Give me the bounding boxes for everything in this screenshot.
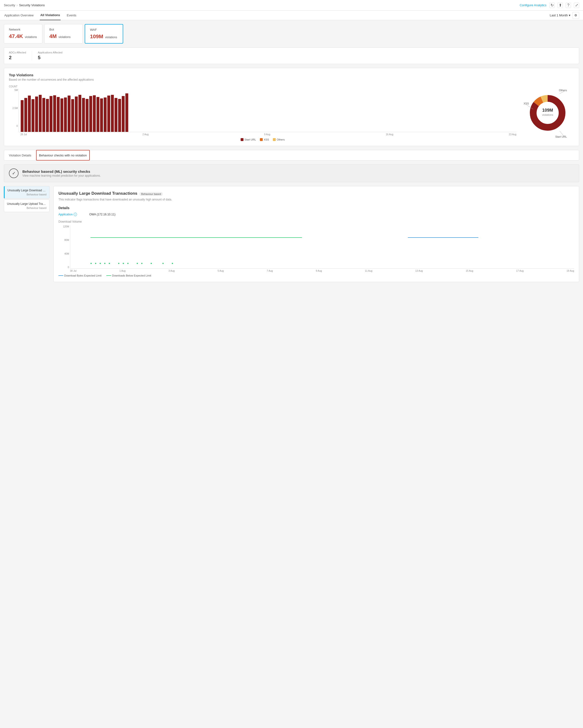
x-label-5aug: 5 Aug: [217, 269, 224, 272]
bar-item[interactable]: [118, 99, 121, 132]
adcs-label: ADCs Affected: [9, 51, 26, 54]
dot-6: [118, 263, 120, 264]
behaviour-ml-subtitle: View machine learning model prediction f…: [22, 174, 101, 177]
bar-item[interactable]: [86, 99, 88, 132]
violation-card-network[interactable]: Network 47.4K violations: [4, 24, 42, 44]
bar-item[interactable]: [78, 95, 81, 132]
bar-item[interactable]: [93, 95, 96, 132]
bar-item[interactable]: [64, 98, 67, 132]
reload-icon[interactable]: ↻: [549, 3, 555, 8]
bar-item[interactable]: [97, 97, 99, 132]
bar-item[interactable]: [89, 96, 92, 132]
stat-adcs-affected: ADCs Affected 2: [9, 51, 32, 60]
expand-icon[interactable]: ⤢: [574, 3, 579, 8]
y-label-40m: 40M: [58, 253, 69, 255]
legend-downloads-below: Downloads Below Expected Limit: [106, 274, 151, 277]
donut-chart-wrapper: Others XSS Start URL: [524, 87, 572, 140]
time-filter-dropdown[interactable]: Last 1 Month ▾: [550, 14, 571, 17]
bar-item[interactable]: [50, 96, 52, 132]
bar-item[interactable]: [104, 98, 107, 132]
bar-item[interactable]: [28, 96, 31, 132]
sidebar-download-title: Unusually Large Download T...: [7, 189, 47, 192]
donut-label-xss: XSS: [524, 102, 529, 105]
export-icon[interactable]: ⬆: [557, 3, 563, 8]
waf-card-label: violations: [105, 35, 117, 39]
help-icon[interactable]: ?: [566, 3, 571, 8]
legend-blue-line: [58, 275, 63, 276]
tab-violation-details[interactable]: Violation Details: [8, 150, 32, 160]
breadcrumb-separator: ›: [17, 3, 18, 7]
time-filter-label: Last 1 Month: [550, 14, 568, 17]
top-violations-panel: Top Violations Based on the number of oc…: [4, 68, 579, 146]
sidebar-item-upload[interactable]: Unusually Large Upload Tran... Behaviour…: [4, 200, 50, 212]
bar-item[interactable]: [31, 99, 34, 132]
x-label-7aug: 7 Aug: [267, 269, 273, 272]
sidebar-item-download[interactable]: Unusually Large Download T... Behaviour …: [4, 186, 50, 199]
bar-item[interactable]: [114, 98, 117, 132]
configure-analytics-link[interactable]: Configure Analytics: [520, 3, 547, 7]
legend-xss: XSS: [260, 138, 269, 141]
download-y-labels: 120M 80M 40M 0: [58, 225, 69, 268]
bar-item[interactable]: [122, 96, 125, 132]
tab-all-violations[interactable]: All Violations: [40, 10, 60, 20]
breadcrumb-parent[interactable]: Security: [4, 3, 15, 7]
detail-header: Unusually Large Download Transactions Be…: [58, 191, 574, 197]
detail-description: This indicator flags transactions that h…: [58, 198, 574, 201]
bot-card-count: 4M: [49, 33, 57, 39]
bar-item[interactable]: [21, 100, 24, 132]
donut-section: Others XSS Start URL: [521, 85, 574, 140]
legend-starturl-label: Start URL: [244, 138, 256, 141]
bar-item[interactable]: [125, 94, 128, 132]
y-label-120m: 120M: [58, 225, 69, 228]
legend-download-bytes-label: Download Bytes Expected Limit: [64, 274, 102, 277]
tab-events[interactable]: Events: [67, 10, 77, 20]
bot-card-title: Bot: [49, 28, 78, 31]
tab-application-overview[interactable]: Application Overview: [4, 10, 34, 20]
bar-item[interactable]: [68, 96, 71, 132]
dot-4: [104, 263, 105, 264]
legend-xss-label: XSS: [264, 138, 269, 141]
bar-item[interactable]: [35, 97, 38, 132]
legend-xss-dot: [260, 138, 263, 141]
bar-item[interactable]: [75, 97, 78, 132]
x-label-9aug: 9 Aug: [316, 269, 322, 272]
bar-item[interactable]: [111, 95, 114, 132]
download-chart-area: Download Volume 120M 80M 40M 0: [58, 220, 574, 277]
bar-item[interactable]: [100, 99, 103, 132]
y-label-0: 0: [58, 266, 69, 268]
bar-item[interactable]: [57, 97, 60, 132]
x-label-15aug: 15 Aug: [466, 269, 473, 272]
bottom-area: Unusually Large Download T... Behaviour …: [4, 186, 579, 282]
legend-green-dotted-line: [106, 275, 111, 276]
bar-item[interactable]: [60, 99, 63, 132]
bar-item[interactable]: [53, 95, 56, 132]
violation-card-bot[interactable]: Bot 4M violations: [44, 24, 83, 44]
detail-panel: Unusually Large Download Transactions Be…: [53, 186, 579, 282]
bar-item[interactable]: [42, 98, 45, 132]
behaviour-ml-title: Behaviour basesd (ML) security checks: [22, 170, 101, 174]
download-chart-title: Download Volume: [58, 220, 574, 223]
detail-panel-title: Unusually Large Download Transactions: [58, 191, 137, 196]
sub-nav-controls: Last 1 Month ▾ ⚙: [550, 12, 579, 19]
bar-chart-section: COUNT 5M2.5M0 26 Jul 2 Aug 9 Aug 16 Aug …: [9, 85, 516, 141]
adcs-value: 2: [9, 55, 26, 60]
bar-item[interactable]: [82, 98, 85, 132]
application-value: OWA (172.16.10.11): [89, 213, 115, 216]
tab-behaviour-checks[interactable]: Behaviour checks with no violation: [36, 150, 90, 160]
sub-navigation: Application Overview All Violations Even…: [0, 10, 583, 20]
x-label-1aug: 1 Aug: [120, 269, 126, 272]
x-label-30jul: 30 Jul: [70, 269, 77, 272]
x-label-13aug: 13 Aug: [415, 269, 423, 272]
bar-item[interactable]: [107, 96, 110, 132]
x-label-4: 16 Aug: [386, 133, 393, 136]
donut-svg: 109M violations: [528, 94, 567, 132]
violation-card-waf[interactable]: WAF 109M violations: [85, 24, 123, 44]
info-icon[interactable]: i: [74, 213, 77, 216]
bar-item[interactable]: [24, 98, 27, 132]
bar-item[interactable]: [39, 95, 42, 132]
behaviour-ml-panel: ✓ Behaviour basesd (ML) security checks …: [4, 164, 579, 182]
bar-item[interactable]: [71, 99, 74, 132]
bar-item[interactable]: [46, 99, 49, 132]
sidebar-upload-title: Unusually Large Upload Tran...: [7, 202, 47, 206]
settings-icon[interactable]: ⚙: [573, 12, 579, 19]
